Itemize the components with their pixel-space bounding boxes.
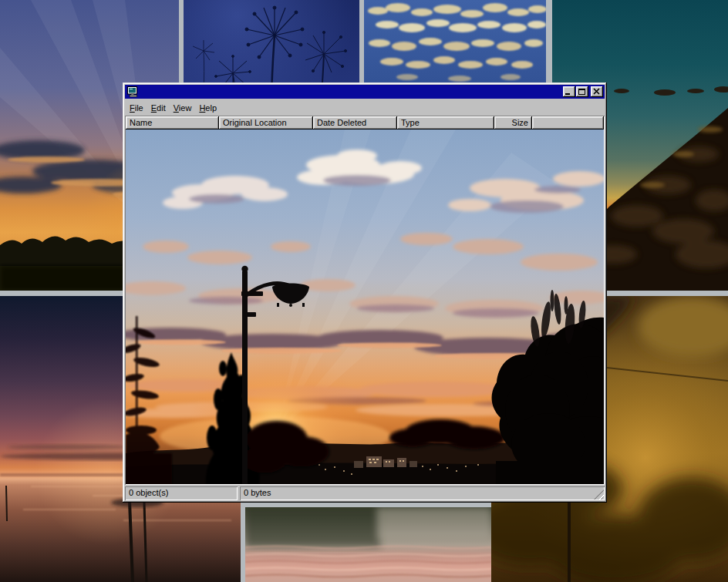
photo-shore-reflection-ripples xyxy=(245,507,491,582)
resize-grip[interactable] xyxy=(594,489,604,500)
minimize-icon xyxy=(565,88,574,96)
column-header-size[interactable]: Size xyxy=(494,116,532,130)
status-byte-count: 0 bytes xyxy=(240,486,605,500)
column-headers: Name Original Location Date Deleted Type… xyxy=(126,116,604,130)
desktop-photo-collage: File Edit View Help Name Original Locati… xyxy=(0,0,728,582)
status-object-count: 0 object(s) xyxy=(125,486,238,500)
menu-file[interactable]: File xyxy=(126,101,147,115)
column-header-date-deleted[interactable]: Date Deleted xyxy=(313,116,397,130)
menu-edit[interactable]: Edit xyxy=(147,101,170,115)
menu-help[interactable]: Help xyxy=(195,101,221,115)
menu-view[interactable]: View xyxy=(170,101,196,115)
recycle-bin-window: File Edit View Help Name Original Locati… xyxy=(123,82,607,503)
column-header-name[interactable]: Name xyxy=(126,116,219,130)
status-bar: 0 object(s) 0 bytes xyxy=(125,486,605,500)
close-button[interactable] xyxy=(591,86,603,97)
window-titlebar[interactable] xyxy=(125,85,605,99)
column-header-type[interactable]: Type xyxy=(397,116,494,130)
list-view-client: Name Original Location Date Deleted Type… xyxy=(125,116,605,485)
minimize-button[interactable] xyxy=(563,86,575,97)
column-header-original-location[interactable]: Original Location xyxy=(219,116,313,130)
maximize-button[interactable] xyxy=(576,86,588,97)
column-header-spacer[interactable] xyxy=(532,116,604,130)
computer-icon[interactable] xyxy=(126,86,139,98)
close-icon xyxy=(592,88,602,96)
maximize-icon xyxy=(578,88,587,96)
status-bytes-label: 0 bytes xyxy=(244,488,271,497)
menu-bar: File Edit View Help xyxy=(125,99,605,116)
folder-contents-photo[interactable] xyxy=(126,130,604,484)
